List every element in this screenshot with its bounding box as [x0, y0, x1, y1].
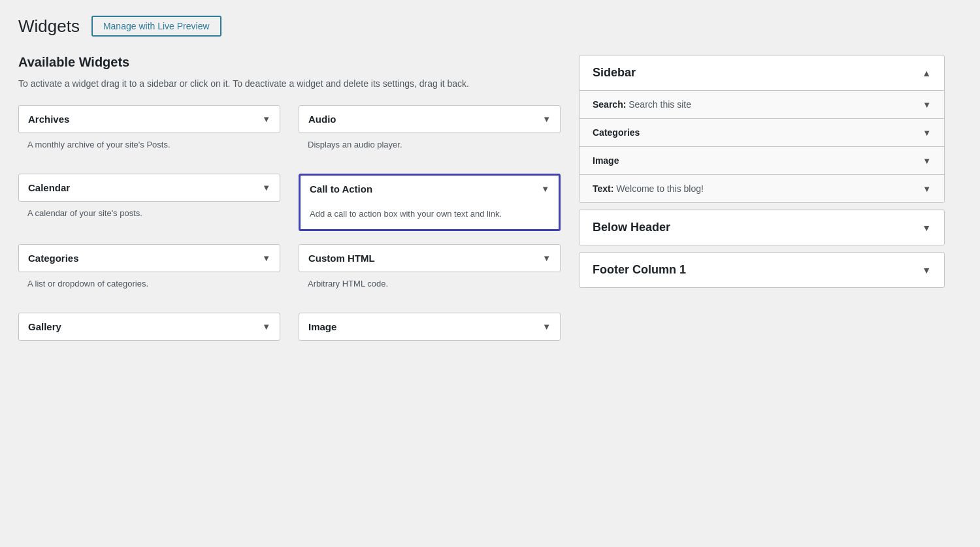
below-header-area-header[interactable]: Below Header ▼ [580, 210, 944, 245]
widget-archives-title: Archives [28, 114, 69, 125]
sidebar-area-title: Sidebar [593, 66, 636, 80]
sidebar-widget-image-chevron: ▼ [923, 156, 931, 166]
widget-call-to-action-header[interactable]: Call to Action ▼ [301, 176, 559, 202]
sidebar-widget-image[interactable]: Image ▼ [580, 146, 944, 174]
widget-audio-chevron: ▼ [542, 114, 551, 124]
below-header-area-title: Below Header [593, 221, 670, 234]
below-header-area: Below Header ▼ [579, 210, 945, 245]
widget-archives-chevron: ▼ [262, 114, 270, 124]
widget-archives[interactable]: Archives ▼ [18, 105, 280, 133]
sidebar-area-chevron-up: ▲ [922, 68, 931, 78]
widget-cell-gallery: Gallery ▼ [18, 313, 289, 354]
widget-categories-header[interactable]: Categories ▼ [19, 245, 280, 272]
widget-audio[interactable]: Audio ▼ [299, 105, 561, 133]
widget-gallery[interactable]: Gallery ▼ [18, 313, 280, 341]
widget-calendar-desc: A calendar of your site's posts. [18, 202, 280, 229]
widget-calendar[interactable]: Calendar ▼ [18, 174, 280, 202]
available-widgets-title: Available Widgets [18, 55, 561, 70]
widget-cell-calendar: Calendar ▼ A calendar of your site's pos… [18, 174, 289, 245]
widgets-grid: Archives ▼ A monthly archive of your sit… [18, 105, 561, 354]
widget-custom-html-chevron: ▼ [542, 253, 551, 263]
footer-column-area: Footer Column 1 ▼ [579, 252, 945, 288]
sidebar-widget-text-name: Text: Welcome to this blog! [593, 183, 704, 194]
sidebar-widget-search-name: Search: Search this site [593, 99, 691, 110]
footer-column-area-chevron: ▼ [922, 265, 931, 275]
sidebar-widget-text-chevron: ▼ [923, 184, 931, 194]
widget-calendar-chevron: ▼ [262, 183, 270, 193]
footer-column-area-header[interactable]: Footer Column 1 ▼ [580, 253, 944, 287]
sidebar-widget-categories-chevron: ▼ [923, 128, 931, 138]
widget-call-to-action-chevron: ▼ [541, 184, 549, 194]
widget-audio-desc: Displays an audio player. [299, 133, 561, 161]
sidebar-area: Sidebar ▲ Search: Search this site ▼ Cat… [579, 55, 945, 203]
widget-image-title: Image [308, 321, 336, 332]
widget-categories[interactable]: Categories ▼ [18, 244, 280, 272]
widget-categories-desc: A list or dropdown of categories. [18, 272, 280, 300]
widget-audio-title: Audio [308, 114, 336, 125]
widget-image-header[interactable]: Image ▼ [299, 313, 560, 340]
page-title: Widgets [18, 16, 80, 37]
available-widgets-panel: Available Widgets To activate a widget d… [18, 55, 561, 354]
below-header-area-chevron: ▼ [922, 223, 931, 233]
sidebar-widget-text[interactable]: Text: Welcome to this blog! ▼ [580, 174, 944, 202]
widget-cell-categories: Categories ▼ A list or dropdown of categ… [18, 244, 289, 313]
sidebar-widget-categories-name: Categories [593, 127, 640, 138]
widget-cell-image: Image ▼ [289, 313, 561, 354]
widget-image-chevron: ▼ [542, 322, 551, 332]
widget-call-to-action-title: Call to Action [310, 183, 372, 195]
available-widgets-description: To activate a widget drag it to a sideba… [18, 76, 561, 91]
sidebar-widget-image-name: Image [593, 155, 619, 166]
widget-categories-title: Categories [28, 253, 79, 264]
widget-call-to-action-desc: Add a call to action box with your own t… [301, 202, 559, 230]
live-preview-button[interactable]: Manage with Live Preview [91, 16, 221, 37]
widget-image[interactable]: Image ▼ [299, 313, 561, 341]
widget-custom-html[interactable]: Custom HTML ▼ [299, 244, 561, 272]
sidebar-areas-panel: Sidebar ▲ Search: Search this site ▼ Cat… [579, 55, 945, 294]
widget-archives-desc: A monthly archive of your site's Posts. [18, 133, 280, 161]
widget-call-to-action[interactable]: Call to Action ▼ Add a call to action bo… [299, 174, 561, 232]
footer-column-area-title: Footer Column 1 [593, 263, 686, 277]
widget-custom-html-header[interactable]: Custom HTML ▼ [299, 245, 560, 272]
sidebar-widget-search[interactable]: Search: Search this site ▼ [580, 90, 944, 118]
widget-cell-call-to-action: Call to Action ▼ Add a call to action bo… [289, 174, 561, 245]
widget-categories-chevron: ▼ [262, 253, 270, 263]
widget-custom-html-title: Custom HTML [308, 253, 375, 264]
widget-gallery-chevron: ▼ [262, 322, 270, 332]
sidebar-widget-categories[interactable]: Categories ▼ [580, 118, 944, 146]
widget-cell-archives: Archives ▼ A monthly archive of your sit… [18, 105, 289, 174]
widget-cell-audio: Audio ▼ Displays an audio player. [289, 105, 561, 174]
sidebar-area-header[interactable]: Sidebar ▲ [580, 55, 944, 90]
widget-calendar-header[interactable]: Calendar ▼ [19, 174, 280, 201]
widget-calendar-title: Calendar [28, 182, 70, 193]
widget-gallery-header[interactable]: Gallery ▼ [19, 313, 280, 340]
widget-archives-header[interactable]: Archives ▼ [19, 106, 280, 133]
widget-gallery-title: Gallery [28, 321, 61, 332]
sidebar-widget-search-chevron: ▼ [923, 100, 931, 110]
widget-custom-html-desc: Arbitrary HTML code. [299, 272, 561, 300]
widget-audio-header[interactable]: Audio ▼ [299, 106, 560, 133]
widget-cell-custom-html: Custom HTML ▼ Arbitrary HTML code. [289, 244, 561, 313]
